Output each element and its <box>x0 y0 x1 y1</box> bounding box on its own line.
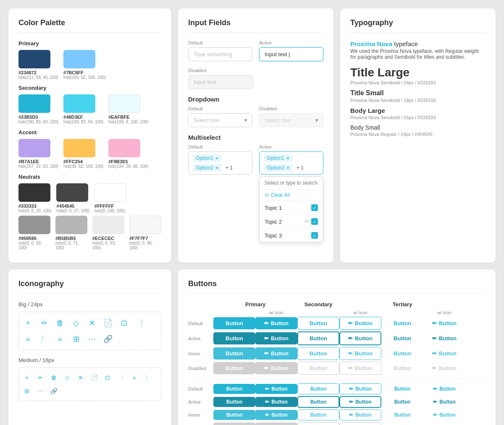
btn-tertiary-active-icon[interactable]: ✏ Button <box>423 332 465 344</box>
swatch-group: #234872 hsb(212, 69, 45, 100) <box>18 50 58 80</box>
btn2-tertiary-active[interactable]: Button <box>381 397 423 407</box>
btn2-primary-default[interactable]: Button <box>213 384 255 394</box>
btn-secondary-active-icon[interactable]: ✏ Button <box>339 331 381 345</box>
option-topic2-edit-icon[interactable]: ✏ <box>304 219 309 224</box>
btn2-primary-hover-icon[interactable]: ✏ Button <box>255 410 297 420</box>
multiselect-clear-all[interactable]: ⊙ Clear All <box>260 190 323 201</box>
btn2-tertiary-default-icon[interactable]: ✏ Button <box>423 384 465 394</box>
btn2-tertiary-default[interactable]: Button <box>381 384 423 394</box>
btn2-tertiary-hover[interactable]: Button <box>381 410 423 420</box>
tag-option2-active: Option2 ✕ <box>264 164 293 172</box>
multiselect-option-topic2[interactable]: Topic 2 ✏ ✓ <box>260 215 323 229</box>
clear-icon: ⊙ <box>265 192 269 198</box>
dropdown-default-label: Default <box>188 106 252 111</box>
btn2-tertiary-active-icon[interactable]: ✏ Button <box>423 397 465 407</box>
typography-title: Typography <box>350 18 486 27</box>
btn-primary-hover[interactable]: Button <box>213 347 255 360</box>
btn-icon: ✏ <box>264 335 269 342</box>
btn2-secondary-active[interactable]: Button <box>297 396 339 408</box>
dropdown-default-select[interactable]: Select one <box>188 113 252 127</box>
btn-tertiary-active[interactable]: Button <box>381 332 423 344</box>
swatch-234872 <box>18 50 50 68</box>
btn2-secondary-active-icon[interactable]: ✏ Button <box>339 396 381 408</box>
typography-card: Typography Proxima Nova typeface We used… <box>340 8 496 263</box>
tag-more-active: + 1 <box>297 165 304 171</box>
tag-option2-active-remove[interactable]: ✕ <box>286 165 290 171</box>
btn2-secondary-disabled: Button <box>297 422 339 425</box>
body-large-sample: Body Large <box>350 107 486 114</box>
multiselect-option-topic3[interactable]: Topic 3 ✓ <box>260 229 323 242</box>
btn-tertiary-default-icon[interactable]: ✏ Button <box>423 317 465 329</box>
col-tertiary: Tertiary <box>381 301 423 308</box>
btn2-secondary-hover-icon[interactable]: ✏ Button <box>339 409 381 420</box>
btn-primary-default-icon[interactable]: ✏ Button <box>255 317 297 329</box>
sm-chevron-right-icon: 〉 <box>144 374 152 381</box>
swatch-group: #F9B3D1 hsb(334, 28, 98, 100) <box>108 139 148 169</box>
close-icon: ✕ <box>87 318 97 328</box>
btn2-secondary-default[interactable]: Button <box>297 383 339 394</box>
option-topic3-label: Topic 3 <box>265 232 282 239</box>
btn2-secondary-hover[interactable]: Button <box>297 409 339 420</box>
input-disabled <box>188 75 253 89</box>
btn-primary-default[interactable]: Button <box>213 317 255 329</box>
input-disabled-label: Disabled <box>188 68 323 73</box>
tag-option1-active-remove[interactable]: ✕ <box>286 156 290 161</box>
typography-font-name-row: Proxima Nova typeface <box>350 40 486 47</box>
btn-primary-active-icon[interactable]: ✏ Button <box>255 332 297 344</box>
multiselect-search-input[interactable] <box>260 177 323 190</box>
dropdown-disabled-select: Select one <box>259 113 323 127</box>
body-small-meta: Proxima Nova Regular / 14px / #454545 <box>350 132 486 137</box>
btn-secondary-default-icon[interactable]: ✏ Button <box>339 317 381 330</box>
title-small-sample: Title Small <box>350 89 486 97</box>
swatch-group: #ECECEC hsb(0, 0, 93, 100) <box>92 216 124 250</box>
option-topic3-check[interactable]: ✓ <box>311 232 318 239</box>
btn-secondary-active[interactable]: Button <box>297 331 339 345</box>
btn-primary-disabled-icon: ✏ Button <box>255 362 297 374</box>
color-palette-title: Color Palette <box>18 18 161 27</box>
swatch-group: #FFC254 hsb(39, 62, 100, 100) <box>63 139 103 169</box>
multiselect-default[interactable]: Option1 ✕ Option2 ✕ + 1 <box>188 151 252 175</box>
multiselect-active[interactable]: Option1 ✕ Option2 ✕ + 1 <box>259 151 323 175</box>
input-default-group: Default <box>188 40 252 61</box>
neutrals-row-1: #333333 hsb(0, 0, 20, 100) #454545 hsb(0… <box>18 183 161 213</box>
swatch-group: #B5B5B5 hsb(0, 0, 71, 100) <box>55 216 87 250</box>
btn-primary-active[interactable]: Button <box>213 332 255 344</box>
multiselect-title: Multiselect <box>188 134 323 141</box>
input-active-group: Active <box>259 40 323 61</box>
multiselect-option-topic1[interactable]: Topic 1 ✓ <box>260 201 323 215</box>
multiselect-dropdown: ⊙ Clear All Topic 1 ✓ Topic 2 ✏ ✓ <box>259 176 323 242</box>
swatch-b5b5b5 <box>55 216 87 234</box>
btn2-secondary-default-icon[interactable]: ✏ Button <box>339 383 381 394</box>
font-suffix: typeface <box>392 40 418 47</box>
btn-icon: ✏ <box>265 412 269 418</box>
tag-option1-remove[interactable]: ✕ <box>215 156 219 161</box>
btn2-tertiary-hover-icon[interactable]: ✏ Button <box>423 410 465 420</box>
btn-secondary-default[interactable]: Button <box>297 317 339 330</box>
btn-tertiary-default[interactable]: Button <box>381 317 423 329</box>
accent-row: #B7A1EE hsb(257, 32, 93, 100) #FFC254 hs… <box>18 139 161 169</box>
option-topic1-check[interactable]: ✓ <box>311 204 318 211</box>
body-small-sample: Body Small <box>350 124 486 131</box>
big-icon-grid: + ✏ 🗑 ◇ ✕ 📄 ⊡ 〈 « 〉 » ⊞ ⋯ 🔗 <box>18 312 161 350</box>
btn-secondary-hover[interactable]: Button <box>297 347 339 360</box>
btn2-primary-hover[interactable]: Button <box>213 410 255 420</box>
btn-row-active: Active Button ✏ Button Button ✏ Button B… <box>188 331 486 345</box>
btn-primary-hover-icon[interactable]: ✏ Button <box>255 347 297 360</box>
swatch-group: #EAFBFE hsb(189, 8, 100, 100) <box>108 94 148 124</box>
tag-option2-remove[interactable]: ✕ <box>215 165 219 171</box>
input-default[interactable] <box>188 47 252 61</box>
option-topic2-check[interactable]: ✓ <box>311 218 318 225</box>
tag-option1-active: Option1 ✕ <box>264 154 293 162</box>
btn-icon: ✏ <box>264 320 269 326</box>
btn-secondary-hover-icon[interactable]: ✏ Button <box>339 347 381 360</box>
swatch-group: #48D3EF hsb(190, 83, 94, 100) <box>63 94 103 124</box>
btn-tertiary-hover-icon[interactable]: ✏ Button <box>423 347 465 360</box>
btn2-primary-active-icon[interactable]: ✏ Button <box>255 397 297 407</box>
neutrals-row-2: #959595 hsb(0, 0, 59, 100) #B5B5B5 hsb(0… <box>18 216 161 250</box>
btn-tertiary-hover[interactable]: Button <box>381 347 423 360</box>
btn2-primary-default-icon[interactable]: ✏ Button <box>255 384 297 394</box>
input-active[interactable] <box>259 47 323 61</box>
btn-icon: ✏ <box>433 386 437 392</box>
tag-option1: Option1 ✕ <box>193 154 222 162</box>
btn2-primary-active[interactable]: Button <box>213 397 255 407</box>
